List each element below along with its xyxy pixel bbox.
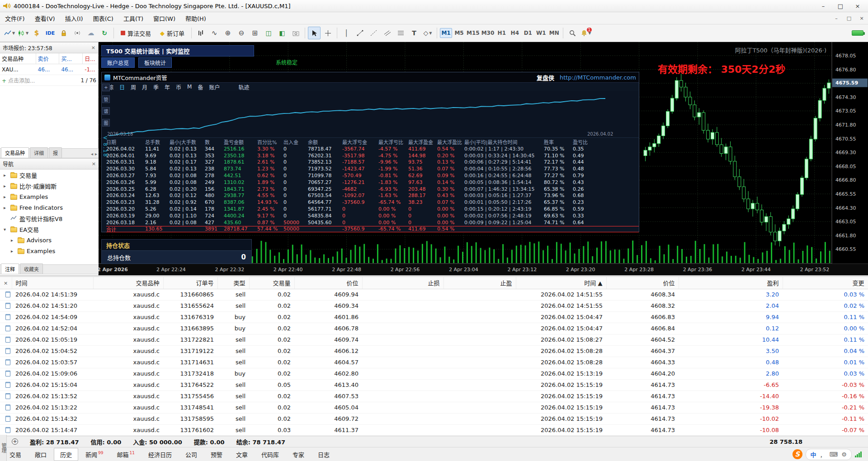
tab-注释[interactable]: 注释 bbox=[1, 263, 19, 274]
tab-报[interactable]: 报 bbox=[49, 147, 62, 158]
history-row[interactable]: 2026.04.02 15:09:06xauusd.c131732418buy0… bbox=[0, 368, 868, 379]
expand-summary-icon[interactable]: + bbox=[12, 438, 18, 445]
navigator-header[interactable]: 导航 × bbox=[0, 158, 99, 169]
tree-item-Free Indicators[interactable]: ▸Free Indicators bbox=[0, 202, 99, 213]
history-row[interactable]: 2026.04.02 15:14:47xauusd.c131761602sell… bbox=[0, 424, 868, 436]
menu-item-0[interactable]: 文件(F) bbox=[0, 12, 30, 24]
t500-tab-account-overview[interactable]: 账户总览 bbox=[101, 57, 135, 68]
history-col-7[interactable]: 止盈 bbox=[443, 277, 516, 289]
stats-nav-季[interactable]: 季 bbox=[153, 83, 159, 91]
stats-nav-月[interactable]: 月 bbox=[142, 83, 147, 91]
tabs-right-icon[interactable]: ▸ bbox=[95, 151, 97, 156]
bottom-tab-邮箱[interactable]: 邮箱11 bbox=[111, 448, 141, 461]
history-close-icon[interactable]: × bbox=[4, 280, 8, 286]
stats-nav-M[interactable]: M bbox=[187, 84, 192, 90]
panel-side-button-1[interactable]: 管 bbox=[102, 95, 110, 103]
tree-item-EA交易[interactable]: ▾EA交易 bbox=[0, 224, 99, 235]
timeframe-MN[interactable]: MN bbox=[548, 28, 560, 38]
history-col-2[interactable]: 订单号 bbox=[163, 277, 217, 289]
history-col-0[interactable]: 时间 bbox=[12, 277, 93, 289]
channel-tool-button[interactable] bbox=[381, 27, 393, 39]
timeframe-M30[interactable]: M30 bbox=[481, 28, 495, 38]
bottom-tab-历史[interactable]: 历史 bbox=[54, 448, 78, 461]
menu-item-3[interactable]: 图表(C) bbox=[88, 12, 118, 24]
tabs-left-icon[interactable]: ◂ bbox=[91, 151, 93, 156]
tab-收藏夹[interactable]: 收藏夹 bbox=[20, 263, 43, 274]
panel-side-button-3[interactable]: 图 bbox=[102, 119, 110, 127]
input-method-toolbar[interactable]: 中 ， ⌨ ⚙ bbox=[806, 449, 852, 460]
close-icon[interactable]: × bbox=[849, 0, 866, 12]
mdi-close-icon[interactable]: × bbox=[855, 13, 868, 23]
history-row[interactable]: 2026.04.02 15:05:19xauusd.c131722821sell… bbox=[0, 334, 868, 345]
ide-button[interactable]: IDE bbox=[44, 27, 57, 39]
bars-mode-button[interactable] bbox=[194, 27, 207, 39]
text-tool-button[interactable]: T bbox=[408, 27, 420, 39]
mtcommander-window[interactable]: MTCommander资管 复盘侠 http://MTCommander.com… bbox=[101, 72, 639, 232]
history-row[interactable]: 2026.04.02 14:51:20xauusd.c131655624sell… bbox=[0, 300, 868, 311]
market-watch-add-row[interactable]: + 点击添加... 1 / 76 bbox=[0, 75, 98, 86]
stats-nav-备[interactable]: 备 bbox=[198, 83, 203, 91]
history-col-10[interactable]: 盈利 bbox=[679, 277, 783, 289]
history-row[interactable]: 2026.04.02 15:04:52xauusd.c131719122sell… bbox=[0, 345, 868, 357]
history-header-row[interactable]: ×时间交易品种订单号类型交易量价位止损止盈时间 ▲价位盈利变更 bbox=[0, 277, 868, 289]
line-mode-button[interactable]: ∿ bbox=[208, 27, 221, 39]
settings-gear-icon[interactable]: ⚙ bbox=[841, 451, 847, 458]
tree-item-交易量[interactable]: ▸交易量 bbox=[0, 169, 99, 180]
history-row[interactable]: 2026.04.02 15:15:04xauusd.c131764522sell… bbox=[0, 379, 868, 390]
candle-style-button[interactable]: ▼ bbox=[17, 27, 29, 39]
cloud-button[interactable]: ☁ bbox=[85, 27, 97, 39]
bottom-tab-新闻[interactable]: 新闻99 bbox=[79, 448, 109, 461]
tree-item-盈亏统计指标V8[interactable]: 盈亏统计指标V8 bbox=[0, 213, 99, 224]
restore-icon[interactable]: □ bbox=[832, 0, 849, 12]
panel-side-button-2[interactable]: 谱 bbox=[102, 107, 110, 115]
bottom-tab-交易[interactable]: 交易 bbox=[3, 448, 28, 461]
stats-nav-币[interactable]: 币 bbox=[176, 83, 181, 91]
history-row[interactable]: 2026.04.02 15:13:22xauusd.c131748541sell… bbox=[0, 402, 868, 413]
trendline-tool-button[interactable] bbox=[354, 27, 366, 39]
market-watch-header[interactable]: 市场报价: 23:57:58 × bbox=[0, 42, 98, 53]
mtcommander-title-bar[interactable]: MTCommander资管 复盘侠 http://MTCommander.com bbox=[102, 72, 639, 83]
chart-shift-button[interactable]: ◧ bbox=[276, 27, 288, 39]
menu-item-1[interactable]: 查看(V) bbox=[30, 12, 60, 24]
new-order-button[interactable]: ◆ 新订单 bbox=[156, 27, 189, 39]
watermark-url[interactable]: http://MTCommander.com bbox=[560, 74, 636, 81]
navigator-close-icon[interactable]: × bbox=[92, 161, 96, 167]
cursor-tool-button[interactable] bbox=[308, 27, 321, 39]
history-col-5[interactable]: 价位 bbox=[294, 277, 362, 289]
algo-trading-button[interactable]: 算法交易 bbox=[117, 27, 155, 39]
tab-交易品种[interactable]: 交易品种 bbox=[1, 147, 29, 158]
chart-type-button[interactable]: ▼ bbox=[3, 27, 16, 39]
shapes-tool-button[interactable]: ◇▼ bbox=[421, 27, 434, 39]
mdi-minimize-icon[interactable]: – bbox=[830, 13, 843, 23]
bottom-tab-预警[interactable]: 预警 bbox=[204, 448, 229, 461]
history-row[interactable]: 2026.04.02 14:54:09xauusd.c131676319buy0… bbox=[0, 311, 868, 323]
mdi-restore-icon[interactable]: □ bbox=[843, 13, 855, 23]
timeframe-D1[interactable]: D1 bbox=[522, 28, 534, 38]
notifications-button[interactable]: 1 ▼ bbox=[580, 27, 592, 39]
bottom-tab-日志[interactable]: 日志 bbox=[311, 448, 336, 461]
history-col-9[interactable]: 价位 bbox=[606, 277, 679, 289]
bottom-tab-经济日历[interactable]: 经济日历 bbox=[142, 448, 178, 461]
ray-tool-button[interactable] bbox=[367, 27, 380, 39]
history-col-11[interactable]: 变更 bbox=[783, 277, 868, 289]
vline-tool-button[interactable]: │ bbox=[340, 27, 353, 39]
history-col-8[interactable]: 时间 ▲ bbox=[516, 277, 606, 289]
crosshair-tool-button[interactable] bbox=[321, 27, 334, 39]
history-row[interactable]: 2026.04.02 15:03:57xauusd.c131714631sell… bbox=[0, 357, 868, 368]
refresh-button[interactable]: ↻ bbox=[98, 27, 111, 39]
timeframe-H4[interactable]: H4 bbox=[509, 28, 521, 38]
bottom-tab-公司[interactable]: 公司 bbox=[179, 448, 203, 461]
menu-item-2[interactable]: 插入(I) bbox=[60, 12, 88, 24]
tree-item-Examples[interactable]: ▸Examples bbox=[0, 191, 99, 202]
tree-item-Examples[interactable]: ▸Examples bbox=[0, 245, 99, 256]
bottom-tab-专家[interactable]: 专家 bbox=[286, 448, 311, 461]
history-col-1[interactable]: 交易品种 bbox=[93, 277, 163, 289]
auto-scroll-button[interactable]: ◫ bbox=[262, 27, 275, 39]
chart-window[interactable]: 4678.054676.804674.304673.054671.804670.… bbox=[99, 42, 868, 275]
bottom-tab-敞口[interactable]: 敞口 bbox=[28, 448, 53, 461]
bottom-tab-代码库[interactable]: 代码库 bbox=[255, 448, 285, 461]
history-col-4[interactable]: 交易量 bbox=[249, 277, 294, 289]
menu-item-4[interactable]: 工具(T) bbox=[118, 12, 148, 24]
stats-nav-账户[interactable]: 账户 bbox=[209, 83, 220, 91]
history-row[interactable]: 2026.04.02 14:51:39xauusd.c131660865sell… bbox=[0, 289, 868, 300]
